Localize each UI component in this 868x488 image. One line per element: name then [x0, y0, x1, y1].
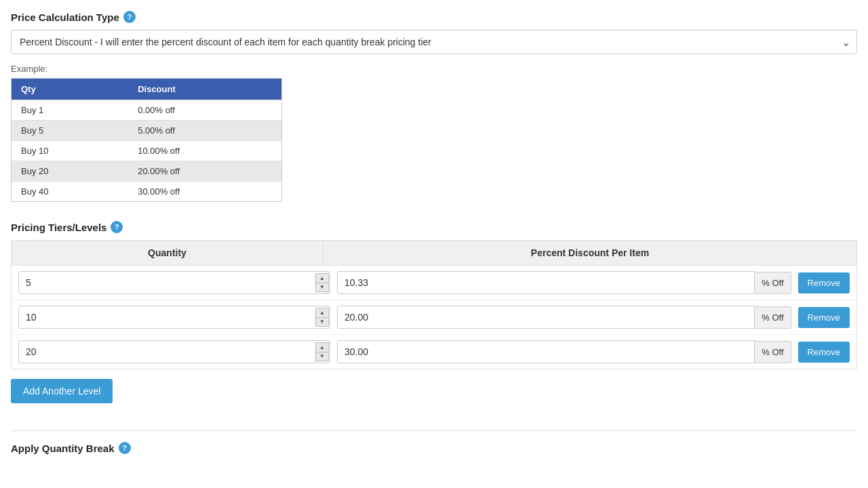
- example-th: Discount: [128, 79, 281, 100]
- tiers-header-discount: Percent Discount Per Item: [323, 241, 856, 265]
- example-cell: 20.00% off: [128, 161, 281, 182]
- price-calc-label: Price Calculation Type: [11, 12, 119, 23]
- example-cell: Buy 20: [12, 161, 129, 182]
- price-calc-help-icon[interactable]: ?: [123, 11, 136, 23]
- pricing-tiers-label: Pricing Tiers/Levels: [11, 222, 106, 233]
- tiers-header-qty: Quantity: [12, 241, 323, 265]
- qty-spinner-up[interactable]: ▲: [315, 273, 329, 283]
- tiers-body: ▲ ▼ % Off Remove ▲: [11, 265, 857, 369]
- remove-button[interactable]: Remove: [798, 342, 850, 363]
- discount-input[interactable]: [337, 271, 755, 294]
- tiers-header: Quantity Percent Discount Per Item: [11, 240, 857, 265]
- qty-input[interactable]: [18, 306, 330, 329]
- qty-input-wrapper: ▲ ▼: [18, 306, 330, 329]
- tier-discount-cell: % Off: [337, 271, 791, 294]
- price-calc-dropdown[interactable]: Percent Discount - I will enter the perc…: [11, 30, 857, 54]
- example-th: Qty: [12, 79, 129, 100]
- tier-remove-cell: Remove: [798, 342, 850, 363]
- qty-spinner-down[interactable]: ▼: [315, 283, 329, 292]
- tier-qty-cell: ▲ ▼: [18, 340, 330, 363]
- example-cell: Buy 5: [12, 121, 129, 141]
- apply-qty-break-help-icon[interactable]: ?: [119, 442, 131, 454]
- qty-spinner-up[interactable]: ▲: [315, 308, 329, 317]
- add-another-level-button[interactable]: Add Another Level: [11, 379, 113, 403]
- pricing-tiers-help-icon[interactable]: ?: [111, 221, 123, 233]
- discount-input[interactable]: [337, 340, 755, 363]
- qty-input-wrapper: ▲ ▼: [18, 340, 330, 363]
- qty-spinner: ▲ ▼: [315, 342, 329, 361]
- example-cell: Buy 1: [12, 100, 129, 121]
- qty-spinner-down[interactable]: ▼: [315, 317, 329, 327]
- pct-off-label: % Off: [755, 306, 791, 329]
- qty-spinner: ▲ ▼: [315, 308, 329, 327]
- pct-off-label: % Off: [755, 272, 791, 294]
- tier-discount-cell: % Off: [337, 306, 791, 329]
- qty-input[interactable]: [18, 271, 330, 294]
- qty-spinner: ▲ ▼: [315, 273, 329, 292]
- example-table: QtyDiscount Buy 10.00% offBuy 55.00% off…: [11, 78, 282, 202]
- section-divider: [11, 430, 857, 431]
- example-label: Example:: [11, 64, 857, 74]
- tier-qty-cell: ▲ ▼: [18, 306, 330, 329]
- pricing-tiers-title: Pricing Tiers/Levels ?: [11, 221, 857, 233]
- remove-button[interactable]: Remove: [798, 307, 850, 328]
- qty-spinner-down[interactable]: ▼: [315, 352, 329, 361]
- pct-off-label: % Off: [755, 341, 791, 363]
- apply-qty-break-label: Apply Quantity Break: [11, 443, 115, 454]
- tier-remove-cell: Remove: [798, 272, 850, 293]
- example-cell: Buy 40: [12, 182, 129, 202]
- tier-row: ▲ ▼ % Off Remove: [12, 266, 856, 300]
- discount-input[interactable]: [337, 306, 755, 329]
- pricing-tiers-section: Pricing Tiers/Levels ? Quantity Percent …: [11, 221, 857, 417]
- qty-input-wrapper: ▲ ▼: [18, 271, 330, 294]
- qty-spinner-up[interactable]: ▲: [315, 342, 329, 352]
- remove-button[interactable]: Remove: [798, 272, 850, 293]
- discount-input-wrapper: % Off: [337, 340, 791, 363]
- tier-row: ▲ ▼ % Off Remove: [12, 335, 856, 369]
- example-cell: 30.00% off: [128, 182, 281, 202]
- example-cell: 5.00% off: [128, 121, 281, 141]
- price-calc-section-title: Price Calculation Type ?: [11, 11, 857, 23]
- example-cell: 0.00% off: [128, 100, 281, 121]
- example-cell: 10.00% off: [128, 141, 281, 161]
- tier-qty-cell: ▲ ▼: [18, 271, 330, 294]
- discount-input-wrapper: % Off: [337, 306, 791, 329]
- apply-qty-break-title: Apply Quantity Break ?: [11, 442, 857, 454]
- discount-input-wrapper: % Off: [337, 271, 791, 294]
- tier-discount-cell: % Off: [337, 340, 791, 363]
- qty-input[interactable]: [18, 340, 330, 363]
- tier-row: ▲ ▼ % Off Remove: [12, 300, 856, 335]
- price-calc-dropdown-wrapper: Percent Discount - I will enter the perc…: [11, 30, 857, 54]
- example-cell: Buy 10: [12, 141, 129, 161]
- tier-remove-cell: Remove: [798, 307, 850, 328]
